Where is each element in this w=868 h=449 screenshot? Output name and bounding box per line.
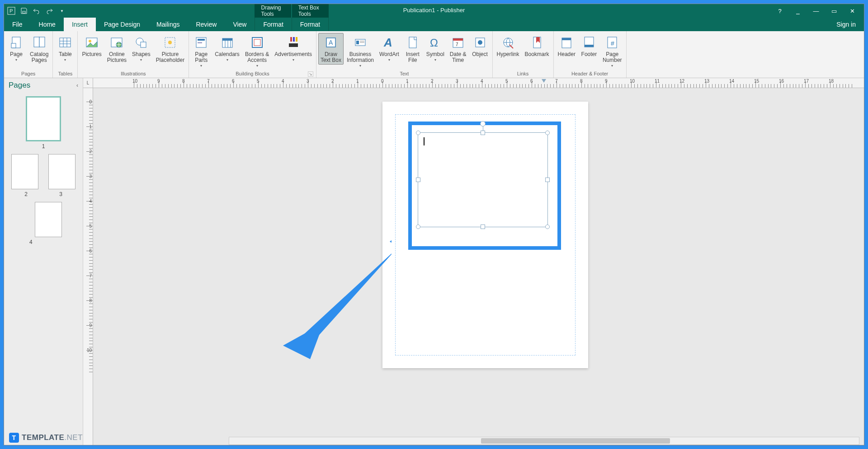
svg-rect-52 bbox=[562, 38, 571, 40]
ribbon-btn-date-[interactable]: 7Date &Time bbox=[448, 33, 469, 65]
ribbon-btn-label: OnlinePictures bbox=[107, 51, 127, 63]
page-thumbnail-3[interactable] bbox=[48, 154, 75, 189]
ribbon-group-links: HyperlinkBookmarkLinks bbox=[493, 31, 554, 78]
svg-text:Ω: Ω bbox=[430, 37, 438, 49]
resize-handle-tm[interactable] bbox=[481, 131, 485, 135]
ribbon-btn-online[interactable]: OnlinePictures bbox=[105, 33, 129, 65]
ribbon-btn-borders-[interactable]: Borders &Accents▾ bbox=[243, 33, 271, 69]
resize-handle-bm[interactable] bbox=[481, 224, 485, 229]
ribbon-btn-table[interactable]: Table▾ bbox=[55, 33, 75, 63]
ribbon-btn-catalog[interactable]: CatalogPages bbox=[28, 33, 51, 65]
ribbon-btn-footer[interactable]: Footer bbox=[579, 33, 599, 59]
ribbon-display-icon[interactable]: ⎯ bbox=[790, 5, 806, 16]
bookmark-icon bbox=[529, 34, 545, 51]
text-box-selected[interactable] bbox=[418, 132, 548, 227]
minimize-icon[interactable]: — bbox=[808, 5, 824, 16]
tab-home[interactable]: Home bbox=[31, 18, 64, 31]
svg-point-13 bbox=[89, 40, 91, 42]
svg-rect-32 bbox=[296, 37, 297, 42]
save-icon[interactable] bbox=[19, 6, 28, 15]
horizontal-ruler[interactable]: 109876543210123456789101112131415161718 bbox=[93, 78, 864, 88]
tab-format-textbox[interactable]: Format bbox=[292, 18, 329, 31]
vertical-ruler[interactable]: 012345678910 bbox=[83, 88, 93, 445]
tab-page-design[interactable]: Page Design bbox=[96, 18, 148, 31]
symbol-icon: Ω bbox=[427, 34, 443, 51]
ribbon-btn-bookmark[interactable]: Bookmark bbox=[523, 33, 552, 59]
tab-review[interactable]: Review bbox=[188, 18, 225, 31]
ribbon-btn-label: Footer bbox=[581, 51, 597, 57]
redo-icon[interactable] bbox=[45, 6, 54, 15]
calendars-icon bbox=[219, 34, 236, 51]
page-thumbnail-1[interactable] bbox=[26, 96, 61, 141]
resize-handle-ml[interactable] bbox=[416, 178, 420, 182]
ribbon-group-tables: Table▾Tables bbox=[53, 31, 78, 78]
svg-point-47 bbox=[478, 40, 482, 45]
ribbon-group-illustrations: PicturesOnlinePicturesShapes▾PicturePlac… bbox=[78, 31, 189, 78]
dialog-launcher-icon[interactable]: ↘ bbox=[308, 71, 313, 77]
ribbon-btn-object[interactable]: Object bbox=[470, 33, 491, 59]
hyperlink-icon bbox=[500, 34, 516, 51]
maximize-icon[interactable]: ▭ bbox=[826, 5, 842, 16]
page-thumbnail-2[interactable] bbox=[11, 154, 38, 189]
chevron-down-icon: ▾ bbox=[611, 64, 613, 68]
ribbon-btn-hyperlink[interactable]: Hyperlink bbox=[495, 33, 522, 59]
ribbon-btn-label: Pictures bbox=[82, 51, 101, 57]
qat-customize-caret[interactable]: ▼ bbox=[57, 6, 66, 15]
page-thumbnail-label: 3 bbox=[59, 191, 62, 197]
ribbon-btn-calendars[interactable]: Calendars▾ bbox=[212, 33, 242, 63]
ruler-guide-marker[interactable] bbox=[542, 79, 546, 83]
ribbon-btn-pictures[interactable]: Pictures bbox=[80, 33, 104, 59]
app-name: Publisher bbox=[440, 7, 465, 14]
ribbon-btn-header[interactable]: Header bbox=[556, 33, 578, 59]
watermark-logo-icon: T bbox=[9, 433, 19, 443]
ribbon: Page▾CatalogPagesPagesTable▾TablesPictur… bbox=[4, 31, 864, 78]
page-thumbnail-4[interactable] bbox=[35, 202, 62, 237]
ribbon-btn-wordart[interactable]: AWordArt▾ bbox=[377, 33, 401, 63]
tab-view[interactable]: View bbox=[225, 18, 255, 31]
ribbon-btn-label: DrawText Box bbox=[321, 51, 341, 63]
ribbon-btn-business[interactable]: BusinessInformation▾ bbox=[344, 33, 376, 69]
ribbon-btn-page[interactable]: Page▾ bbox=[6, 33, 27, 63]
undo-icon[interactable] bbox=[32, 6, 41, 15]
ribbon-group-label: Illustrations bbox=[80, 70, 187, 78]
resize-handle-tl[interactable] bbox=[416, 131, 420, 135]
svg-rect-4 bbox=[11, 43, 16, 48]
chevron-down-icon: ▾ bbox=[140, 58, 142, 62]
ribbon-btn-advertisements[interactable]: Advertisements▾ bbox=[272, 33, 314, 63]
ribbon-group-label: Building Blocks↘ bbox=[191, 70, 314, 78]
resize-handle-tr[interactable] bbox=[545, 131, 550, 135]
ribbon-group-label: Tables bbox=[55, 70, 75, 78]
ribbon-btn-picture[interactable]: PicturePlaceholder bbox=[154, 33, 187, 65]
page-thumbnails: 1 2 3 4 bbox=[4, 93, 83, 253]
ribbon-btn-draw[interactable]: ADrawText Box bbox=[318, 33, 344, 65]
horizontal-scrollbar[interactable] bbox=[229, 437, 859, 445]
close-icon[interactable]: ✕ bbox=[844, 5, 860, 16]
ribbon-btn-page[interactable]: PageParts▾ bbox=[191, 33, 212, 69]
sign-in-link[interactable]: Sign in bbox=[828, 18, 864, 31]
ribbon-btn-shapes[interactable]: Shapes▾ bbox=[130, 33, 153, 63]
tab-insert[interactable]: Insert bbox=[64, 18, 96, 31]
tab-file[interactable]: File bbox=[4, 18, 31, 31]
page-thumbnail-label: 4 bbox=[29, 239, 33, 245]
page-canvas[interactable] bbox=[382, 102, 588, 368]
svg-rect-44 bbox=[453, 38, 463, 41]
tab-format-drawing[interactable]: Format bbox=[255, 18, 292, 31]
title-bar: P ▼ Publication1 - Publisher ? ⎯ — ▭ ✕ bbox=[4, 4, 864, 18]
ribbon-btn-label: Object bbox=[472, 51, 488, 57]
rotate-handle[interactable] bbox=[480, 121, 486, 126]
ribbon-group-header-footer: HeaderFooter#PageNumber▾Header & Footer bbox=[554, 31, 627, 78]
tab-mailings[interactable]: Mailings bbox=[148, 18, 188, 31]
ribbon-btn-label: Table bbox=[59, 51, 72, 57]
resize-handle-br[interactable] bbox=[545, 224, 550, 229]
ribbon-btn-page[interactable]: #PageNumber▾ bbox=[600, 33, 624, 69]
ruler-corner[interactable]: L bbox=[83, 78, 93, 88]
svg-text:P: P bbox=[9, 8, 13, 14]
resize-handle-bl[interactable] bbox=[416, 224, 420, 229]
help-icon[interactable]: ? bbox=[772, 5, 788, 16]
resize-handle-mr[interactable] bbox=[545, 178, 550, 182]
ribbon-btn-symbol[interactable]: ΩSymbol▾ bbox=[424, 33, 447, 63]
collapse-pages-icon[interactable]: ‹ bbox=[76, 82, 78, 89]
ribbon-btn-insert[interactable]: InsertFile bbox=[402, 33, 423, 65]
canvas-viewport[interactable] bbox=[93, 88, 864, 445]
menu-bar: FileHomeInsertPage DesignMailingsReviewV… bbox=[4, 18, 864, 31]
